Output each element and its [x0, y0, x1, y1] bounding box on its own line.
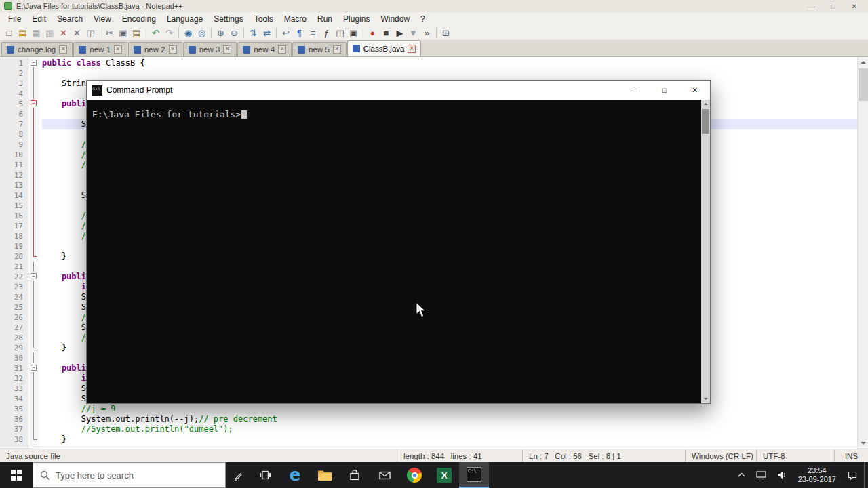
status-eol-format[interactable]: Windows (CR LF) — [685, 449, 756, 462]
taskbar-explorer-button[interactable] — [310, 462, 340, 488]
code-line[interactable]: System.out.println(--j);// pre decrement — [42, 414, 857, 424]
menu-run[interactable]: Run — [312, 14, 338, 24]
fold-collapse-toggle[interactable]: − — [28, 58, 39, 68]
word-wrap-icon[interactable]: ↩ — [279, 26, 292, 39]
menu-edit[interactable]: Edit — [26, 14, 52, 24]
taskbar-search-box[interactable]: Type here to search — [33, 462, 226, 488]
cmd-title-bar[interactable]: C:\ Command Prompt — □ ✕ — [87, 81, 710, 100]
function-list-icon[interactable]: ƒ — [320, 26, 333, 39]
status-insert-mode[interactable]: INS — [834, 449, 868, 462]
cmd-screen[interactable]: E:\Java Files for tutorials> — [87, 100, 701, 403]
taskbar-excel-button[interactable]: X — [429, 462, 459, 488]
tab-new-2[interactable]: new 2✕ — [128, 42, 182, 56]
scroll-thumb[interactable] — [859, 68, 868, 101]
tab-new-1[interactable]: new 1✕ — [73, 42, 127, 56]
network-tray-button[interactable] — [752, 462, 770, 488]
menu-settings[interactable]: Settings — [208, 14, 248, 24]
tab-classb-java[interactable]: ClassB.java✕ — [347, 40, 422, 56]
undo-icon[interactable]: ↶ — [149, 26, 162, 39]
fold-collapse-toggle[interactable]: − — [28, 363, 39, 373]
tab-close-icon[interactable]: ✕ — [278, 45, 286, 54]
cmd-minimize-button[interactable]: — — [618, 81, 649, 100]
cmd-scroll-down-icon[interactable] — [701, 394, 710, 403]
minimize-button[interactable]: — — [808, 3, 815, 10]
start-button[interactable] — [0, 462, 33, 488]
paste-icon[interactable]: ▤ — [130, 26, 143, 39]
tab-close-icon[interactable]: ✕ — [408, 45, 416, 53]
print-icon[interactable]: ◫ — [84, 26, 97, 39]
status-encoding[interactable]: UTF-8 — [756, 449, 834, 462]
menu-tools[interactable]: Tools — [249, 14, 279, 24]
cmd-scroll-up-icon[interactable] — [701, 100, 710, 108]
menu-window[interactable]: Window — [375, 14, 415, 24]
volume-tray-button[interactable] — [773, 462, 791, 488]
code-line[interactable]: //j = 9 — [42, 404, 857, 414]
plugin-grid-icon[interactable]: ⊞ — [439, 26, 452, 39]
sync-horizontal-icon[interactable]: ⇄ — [260, 26, 273, 39]
hidden-icons-chevron[interactable] — [734, 462, 749, 488]
menu-encoding[interactable]: Encoding — [117, 14, 161, 24]
menu-plugins[interactable]: Plugins — [338, 14, 375, 24]
task-view-button[interactable] — [250, 462, 280, 488]
code-line[interactable] — [42, 68, 857, 79]
tab-close-icon[interactable]: ✕ — [169, 45, 177, 54]
save-macro-icon[interactable]: ▼ — [407, 26, 420, 39]
start-record-macro-icon[interactable]: ● — [366, 26, 379, 39]
close-file-icon[interactable]: ✕ — [57, 26, 70, 39]
cmd-scroll-thumb[interactable] — [702, 109, 709, 134]
tab-new-4[interactable]: new 4✕ — [237, 42, 292, 56]
editor-scrollbar[interactable] — [857, 57, 868, 449]
open-file-icon[interactable]: ▤ — [16, 26, 29, 39]
action-center-button[interactable] — [844, 462, 861, 488]
copy-icon[interactable]: ▣ — [117, 26, 130, 39]
fold-collapse-toggle[interactable]: − — [28, 272, 39, 282]
zoom-out-icon[interactable]: ⊖ — [228, 26, 241, 39]
code-line[interactable]: public class ClassB { — [42, 58, 857, 68]
menu-file[interactable]: File — [3, 14, 26, 24]
taskbar-mail-button[interactable] — [370, 462, 399, 488]
taskbar-edge-button[interactable]: e — [280, 462, 310, 488]
find-icon[interactable]: ◉ — [182, 26, 195, 39]
cut-icon[interactable]: ✂ — [103, 26, 116, 39]
close-all-icon[interactable]: ✕ — [71, 26, 83, 39]
tab-close-icon[interactable]: ✕ — [333, 45, 341, 54]
tab-close-icon[interactable]: ✕ — [114, 45, 122, 54]
code-line[interactable]: //System.out.println("dumeel"); — [42, 424, 857, 434]
redo-icon[interactable]: ↷ — [163, 26, 176, 39]
tab-new-5[interactable]: new 5✕ — [292, 42, 347, 56]
cmd-scrollbar[interactable] — [701, 100, 710, 403]
taskbar-clock[interactable]: 23:54 23-09-2017 — [793, 466, 841, 484]
menu-help[interactable]: ? — [415, 14, 431, 24]
cmd-maximize-button[interactable]: □ — [649, 81, 679, 100]
menu-search[interactable]: Search — [52, 14, 88, 24]
menu-language[interactable]: Language — [161, 14, 208, 24]
menu-view[interactable]: View — [88, 14, 117, 24]
taskbar-chrome-button[interactable] — [399, 462, 429, 488]
indent-guide-icon[interactable]: ≡ — [307, 26, 319, 39]
tab-new-3[interactable]: new 3✕ — [183, 42, 237, 56]
new-file-icon[interactable]: □ — [3, 26, 16, 39]
taskbar-store-button[interactable] — [340, 462, 370, 488]
scroll-down-icon[interactable] — [858, 438, 868, 449]
tab-close-icon[interactable]: ✕ — [59, 45, 67, 54]
maximize-button[interactable]: □ — [831, 3, 835, 10]
tab-change-log[interactable]: change.log✕ — [1, 42, 73, 56]
cmd-close-button[interactable]: ✕ — [679, 81, 710, 100]
menu-macro[interactable]: Macro — [279, 14, 312, 24]
scroll-up-icon[interactable] — [858, 57, 868, 68]
save-all-icon[interactable]: ▥ — [43, 26, 56, 39]
play-macro-icon[interactable]: ▶ — [393, 26, 406, 39]
doc-map-icon[interactable]: ◫ — [334, 26, 347, 39]
npp-title-bar[interactable]: E:\Java Files for tutorials\ClassB.java … — [0, 0, 868, 12]
show-desktop-button[interactable] — [864, 462, 868, 488]
sync-vertical-icon[interactable]: ⇅ — [247, 26, 260, 39]
doc-switcher-icon[interactable]: ▣ — [347, 26, 360, 39]
taskbar-cmd-button[interactable]: C:\ — [459, 462, 489, 488]
code-line[interactable]: } — [42, 434, 857, 445]
zoom-in-icon[interactable]: ⊕ — [214, 26, 227, 39]
close-button[interactable]: ✕ — [852, 3, 857, 10]
run-macro-multiple-icon[interactable]: » — [420, 26, 433, 39]
save-icon[interactable]: ▦ — [30, 26, 43, 39]
replace-icon[interactable]: ◎ — [195, 26, 208, 39]
stop-record-macro-icon[interactable]: ■ — [380, 26, 393, 39]
